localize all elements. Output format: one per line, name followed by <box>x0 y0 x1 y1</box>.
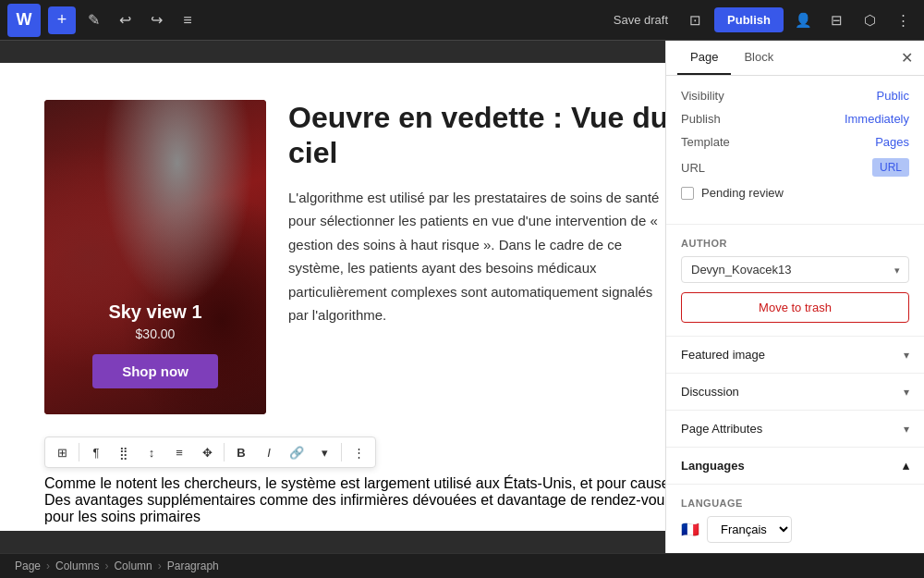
bold-button[interactable]: B <box>228 439 254 465</box>
author-section: AUTHOR Devyn_Kovacek13 ▾ Move to trash <box>666 225 924 337</box>
sidebar-tab-bar: Page Block ✕ <box>666 41 924 76</box>
settings-sidebar: Page Block ✕ Visibility Public Publish I… <box>665 41 924 553</box>
drag-button[interactable]: ⣿ <box>111 439 137 465</box>
paragraph-icon-button[interactable]: ¶ <box>83 439 109 465</box>
language-sub-label: Language <box>681 498 909 509</box>
discussion-label: Discussion <box>681 385 739 399</box>
italic-button[interactable]: I <box>256 439 282 465</box>
breadcrumb-page[interactable]: Page <box>15 560 41 572</box>
product-card-content: Sky view 1 $30.00 Shop now <box>92 301 218 388</box>
languages-content: Language 🇫🇷 Français Translations 🇨🇦 + 🇺… <box>666 485 924 553</box>
top-toolbar: W + ✎ ↩ ↪ ≡ Save draft ⊡ Publish 👤 ⊟ ⬡ ⋮ <box>0 0 924 41</box>
featured-image-section: Featured image ▾ <box>666 337 924 374</box>
language-select-wrapper: 🇫🇷 Français <box>681 516 909 543</box>
tab-page[interactable]: Page <box>677 41 731 75</box>
breadcrumb-sep-2: › <box>104 560 108 572</box>
user-button[interactable]: 👤 <box>789 6 817 34</box>
save-draft-button[interactable]: Save draft <box>606 9 675 31</box>
undo-button[interactable]: ↩ <box>111 6 139 34</box>
discussion-toggle[interactable]: Discussion ▾ <box>666 374 924 410</box>
toolbar-divider <box>79 443 79 461</box>
featured-columns-block: Sky view 1 $30.00 Shop now Oeuvre en ved… <box>44 100 665 414</box>
publish-row: Publish Immediately <box>681 112 909 126</box>
layout-button[interactable]: ⊟ <box>822 6 850 34</box>
french-flag-icon: 🇫🇷 <box>681 521 699 538</box>
visibility-label: Visibility <box>681 89 724 103</box>
template-row: Template Pages <box>681 135 909 149</box>
page-attributes-chevron: ▾ <box>904 423 909 436</box>
languages-label: Languages <box>681 459 745 473</box>
wp-logo-icon[interactable]: W <box>7 4 41 37</box>
page-attributes-label: Page Attributes <box>681 422 762 436</box>
publish-label: Publish <box>681 112 721 126</box>
tab-block[interactable]: Block <box>731 41 786 75</box>
url-row: URL URL <box>681 158 909 177</box>
breadcrumb-sep-3: › <box>158 560 162 572</box>
url-label: URL <box>681 161 705 175</box>
author-heading: AUTHOR <box>681 238 909 249</box>
article-paragraph-2: Comme le notent les chercheurs, le systè… <box>44 475 665 525</box>
featured-image-toggle[interactable]: Featured image ▾ <box>666 337 924 373</box>
visibility-row: Visibility Public <box>681 89 909 103</box>
toolbar-divider-3 <box>341 443 342 461</box>
breadcrumb-column[interactable]: Column <box>114 560 152 572</box>
sidebar-close-button[interactable]: ✕ <box>901 41 913 75</box>
product-card[interactable]: Sky view 1 $30.00 Shop now <box>44 100 266 414</box>
featured-image-chevron: ▾ <box>904 349 909 362</box>
language-select[interactable]: Français <box>707 516 792 543</box>
discussion-section: Discussion ▾ <box>666 374 924 411</box>
author-select-wrapper: Devyn_Kovacek13 ▾ <box>681 256 909 283</box>
redo-button[interactable]: ↪ <box>142 6 170 34</box>
featured-image-label: Featured image <box>681 348 765 362</box>
publish-button[interactable]: Publish <box>714 7 784 32</box>
move-button[interactable]: ↕ <box>139 439 164 465</box>
preview-button[interactable]: ⊡ <box>681 6 709 34</box>
align-button[interactable]: ≡ <box>166 439 192 465</box>
article-text-column: Oeuvre en vedette : Vue du ciel L'algori… <box>288 100 665 414</box>
block-type-button[interactable]: ⊞ <box>49 439 75 465</box>
product-title: Sky view 1 <box>92 301 218 323</box>
options-button[interactable]: ⋮ <box>889 6 917 34</box>
breadcrumb-columns[interactable]: Columns <box>55 560 99 572</box>
transform-button[interactable]: ✥ <box>194 439 220 465</box>
page-attributes-toggle[interactable]: Page Attributes ▾ <box>666 411 924 447</box>
author-select[interactable]: Devyn_Kovacek13 <box>681 256 909 283</box>
discussion-chevron: ▾ <box>904 386 909 399</box>
page-attributes-section: Page Attributes ▾ <box>666 411 924 448</box>
publish-value[interactable]: Immediately <box>845 112 909 126</box>
pending-review-label: Pending review <box>701 186 784 200</box>
product-price: $30.00 <box>92 326 218 341</box>
visibility-value[interactable]: Public <box>877 89 909 103</box>
editor-area: Sky view 1 $30.00 Shop now Oeuvre en ved… <box>0 41 665 553</box>
breadcrumb-paragraph[interactable]: Paragraph <box>167 560 219 572</box>
url-value[interactable]: URL <box>872 158 909 177</box>
block-toolbar: ⊞ ¶ ⣿ ↕ ≡ ✥ B I 🔗 ▾ ⋮ <box>44 437 376 468</box>
pending-review-checkbox[interactable] <box>681 187 694 200</box>
more-options-dropdown[interactable]: ▾ <box>311 439 337 465</box>
template-label: Template <box>681 135 730 149</box>
toolbar-divider-2 <box>224 443 225 461</box>
breadcrumb: Page › Columns › Column › Paragraph <box>0 553 924 578</box>
block-options-button[interactable]: ⋮ <box>346 439 371 465</box>
add-block-button[interactable]: + <box>48 6 76 34</box>
article-paragraph-1: L'algorithme est utilisé par les prestat… <box>288 186 665 327</box>
post-settings-section: Visibility Public Publish Immediately Te… <box>666 76 924 225</box>
breadcrumb-sep-1: › <box>46 560 50 572</box>
list-view-button[interactable]: ≡ <box>174 6 201 34</box>
shop-now-button[interactable]: Shop now <box>92 354 218 388</box>
languages-chevron-icon: ▴ <box>903 459 909 473</box>
main-area: Sky view 1 $30.00 Shop now Oeuvre en ved… <box>0 41 924 553</box>
template-value[interactable]: Pages <box>875 135 909 149</box>
pending-review-row: Pending review <box>681 186 909 200</box>
link-button[interactable]: 🔗 <box>284 439 310 465</box>
move-to-trash-button[interactable]: Move to trash <box>681 292 909 323</box>
article-heading: Oeuvre en vedette : Vue du ciel <box>288 100 665 171</box>
editor-content: Sky view 1 $30.00 Shop now Oeuvre en ved… <box>0 63 665 531</box>
languages-section: Languages ▴ Language 🇫🇷 Français Transla… <box>666 448 924 553</box>
languages-header[interactable]: Languages ▴ <box>666 448 924 485</box>
tools-button[interactable]: ✎ <box>79 6 107 34</box>
plugins-button[interactable]: ⬡ <box>856 6 883 34</box>
